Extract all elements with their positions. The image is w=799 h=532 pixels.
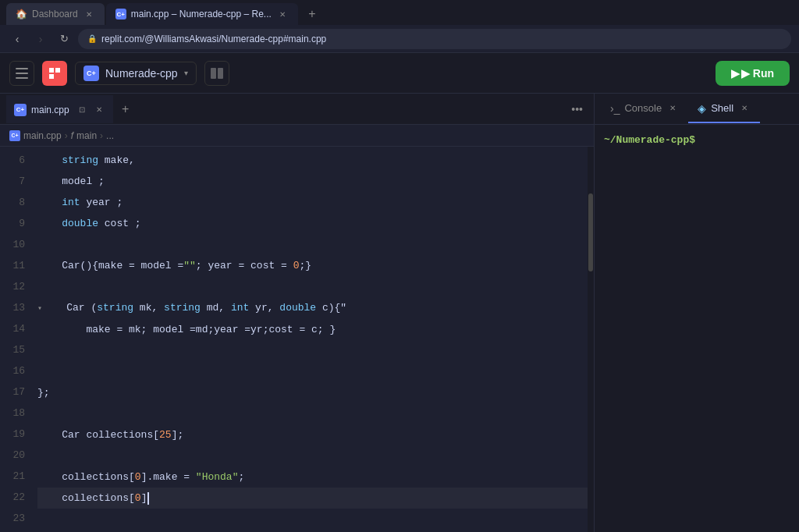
replit-tab-favicon: C+ — [115, 9, 126, 20]
code-line-7: model ; — [37, 171, 588, 192]
code-line-17: }; — [37, 382, 588, 403]
back-button[interactable]: ‹ — [8, 30, 27, 48]
lock-icon: 🔒 — [87, 34, 97, 43]
right-panel: ›_ Console ✕ ◈ Shell ✕ ~/Numerade-cpp$ — [595, 94, 799, 532]
svg-rect-7 — [218, 68, 223, 79]
breadcrumb-file: main.cpp — [23, 130, 62, 141]
breadcrumb-sep2: › — [100, 130, 103, 141]
svg-rect-1 — [16, 73, 28, 74]
svg-rect-2 — [16, 77, 28, 79]
code-line-21: collections[0].make = "Honda"; — [37, 466, 588, 488]
code-line-19: Car collections[25]; — [37, 424, 588, 445]
code-line-12 — [37, 276, 588, 297]
editor-new-tab-button[interactable]: + — [116, 100, 135, 119]
dashboard-tab-label: Dashboard — [32, 9, 78, 20]
code-line-23 — [37, 509, 588, 530]
code-area: 6 7 8 9 10 11 12 13 14 15 16 17 18 19 20… — [0, 147, 594, 532]
breadcrumb-cpp-icon: C+ — [9, 130, 20, 141]
main-layout: C+ main.cpp ⊡ ✕ + ••• C+ main.cpp › f ma… — [0, 94, 799, 532]
address-bar[interactable]: 🔒 replit.com/@WilliamsAkwasi/Numerade-cp… — [78, 29, 791, 49]
editor-tab-bar: C+ main.cpp ⊡ ✕ + ••• — [0, 94, 594, 125]
tab-close-editor[interactable]: ✕ — [93, 104, 105, 116]
browser-tab-replit[interactable]: C+ main.cpp – Numerade-cpp – Re... ✕ — [106, 3, 298, 25]
project-name: Numerade-cpp — [105, 67, 178, 80]
tab-preview-icon[interactable]: ⊡ — [76, 104, 88, 116]
replit-tab-label: main.cpp – Numerade-cpp – Re... — [131, 9, 272, 20]
sidebar-toggle-button[interactable] — [9, 61, 34, 86]
app-header: C+ Numerade-cpp ▾ ▶ ▶ Run — [0, 53, 799, 94]
breadcrumb: C+ main.cpp › f main › ... — [0, 125, 594, 147]
code-line-22: collections[0] — [37, 488, 588, 509]
breadcrumb-more: ... — [106, 130, 114, 141]
tab-close-dashboard[interactable]: ✕ — [83, 8, 95, 20]
forward-button[interactable]: › — [31, 30, 50, 48]
code-line-15 — [37, 340, 588, 361]
code-content[interactable]: string make, model ; int year ; double c… — [34, 147, 588, 532]
nav-bar: ‹ › ↻ 🔒 replit.com/@WilliamsAkwasi/Numer… — [0, 25, 799, 53]
refresh-button[interactable]: ↻ — [55, 30, 73, 48]
editor-tab-main-cpp[interactable]: C+ main.cpp ⊡ ✕ — [6, 95, 113, 123]
code-line-18 — [37, 403, 588, 424]
run-icon: ▶ — [731, 67, 740, 80]
svg-rect-4 — [55, 68, 60, 73]
code-line-11: Car(){make = model =""; year = cost = 0;… — [37, 255, 588, 276]
code-line-8: int year ; — [37, 192, 588, 213]
tab-shell[interactable]: ◈ Shell ✕ — [688, 95, 760, 123]
tab-close-replit[interactable]: ✕ — [276, 8, 289, 20]
terminal-icon: ›_ — [610, 102, 620, 115]
code-line-9: double cost ; — [37, 213, 588, 234]
code-line-16 — [37, 361, 588, 382]
tab-console[interactable]: ›_ Console ✕ — [601, 95, 688, 123]
editor-scrollbar-thumb[interactable] — [588, 193, 593, 271]
shell-close-icon[interactable]: ✕ — [738, 102, 751, 115]
terminal-area[interactable]: ~/Numerade-cpp$ — [595, 125, 799, 532]
browser-tab-dashboard[interactable]: 🏠 Dashboard ✕ — [6, 3, 105, 25]
svg-rect-3 — [49, 68, 54, 73]
code-line-10 — [37, 234, 588, 255]
run-label: ▶ Run — [741, 67, 774, 80]
editor-scrollbar[interactable] — [588, 147, 594, 532]
cpp-file-icon: C+ — [14, 104, 27, 116]
terminal-prompt: ~/Numerade-cpp$ — [604, 134, 695, 146]
console-close-icon[interactable]: ✕ — [666, 102, 679, 115]
svg-rect-0 — [16, 68, 28, 69]
run-button[interactable]: ▶ ▶ Run — [716, 61, 790, 86]
code-line-6: string make, — [37, 150, 588, 171]
line-numbers: 6 7 8 9 10 11 12 13 14 15 16 17 18 19 20… — [0, 147, 34, 532]
layout-toggle-button[interactable] — [204, 61, 229, 86]
new-tab-button[interactable]: + — [303, 5, 321, 23]
project-icon: C+ — [83, 66, 99, 81]
browser-chrome: 🏠 Dashboard ✕ C+ main.cpp – Numerade-cpp… — [0, 0, 799, 53]
svg-rect-6 — [211, 68, 216, 79]
breadcrumb-func: main — [76, 130, 97, 141]
editor-tab-label: main.cpp — [31, 105, 69, 115]
dashboard-favicon: 🏠 — [16, 9, 27, 20]
right-tab-bar: ›_ Console ✕ ◈ Shell ✕ — [595, 94, 799, 125]
code-line-20 — [37, 445, 588, 466]
code-line-13: ▾ Car (string mk, string md, int yr, dou… — [37, 297, 588, 319]
console-tab-label: Console — [624, 102, 662, 114]
project-chevron-icon: ▾ — [184, 69, 188, 77]
project-selector[interactable]: C+ Numerade-cpp ▾ — [75, 62, 197, 85]
editor-panel: C+ main.cpp ⊡ ✕ + ••• C+ main.cpp › f ma… — [0, 94, 595, 532]
breadcrumb-sep1: › — [65, 130, 68, 141]
code-line-14: make = mk; model =md;year =yr;cost = c; … — [37, 319, 588, 340]
tab-bar: 🏠 Dashboard ✕ C+ main.cpp – Numerade-cpp… — [0, 0, 799, 25]
editor-more-button[interactable]: ••• — [566, 100, 588, 119]
svg-rect-5 — [49, 74, 54, 79]
address-text: replit.com/@WilliamsAkwasi/Numerade-cpp#… — [101, 34, 326, 44]
shell-tab-label: Shell — [711, 102, 733, 114]
replit-logo[interactable] — [42, 61, 67, 86]
shell-icon: ◈ — [698, 102, 706, 115]
breadcrumb-func-icon: f — [71, 130, 73, 141]
